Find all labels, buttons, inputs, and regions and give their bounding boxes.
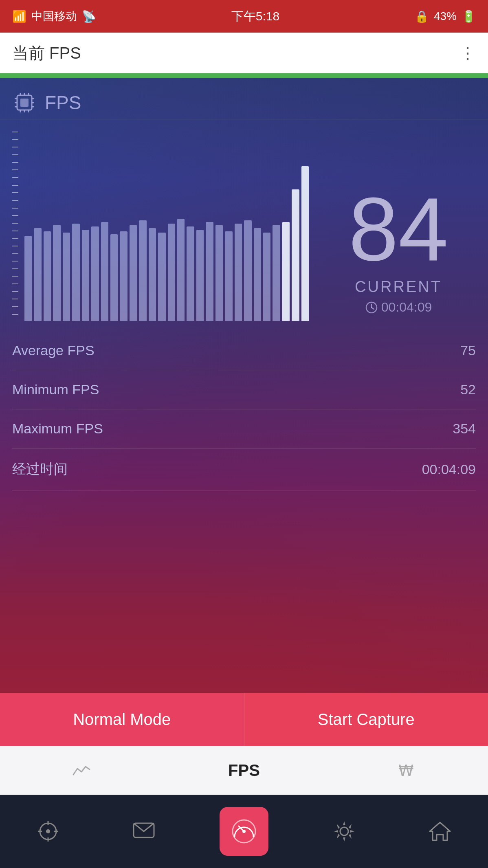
wallet-tab-icon: ₩	[396, 760, 417, 781]
lock-icon: 🔒	[415, 10, 429, 23]
bar-item	[292, 189, 299, 321]
bar-item	[24, 236, 32, 321]
y-axis	[12, 132, 22, 315]
bar-item	[130, 225, 137, 321]
bar-item	[72, 224, 79, 321]
wifi-icon: 📡	[82, 10, 96, 23]
bar-item	[177, 219, 185, 321]
signal-icon: 📶	[12, 10, 26, 23]
carrier-name: 中国移动	[31, 9, 77, 24]
status-right: 🔒 43% 🔋	[415, 10, 476, 23]
tab-item-wallet[interactable]: ₩	[325, 746, 488, 795]
svg-text:₩: ₩	[398, 762, 414, 779]
bar-item	[244, 220, 251, 321]
bar-item	[168, 224, 175, 321]
bar-item	[282, 222, 290, 321]
more-options-icon[interactable]: ⋮	[459, 44, 476, 62]
bar-item	[263, 233, 270, 321]
nav-bar	[0, 795, 488, 868]
nav-message-icon[interactable]	[123, 819, 164, 844]
battery-icon: 🔋	[462, 10, 476, 23]
nav-locate-icon[interactable]	[28, 819, 68, 844]
bar-item	[187, 226, 194, 321]
normal-mode-button[interactable]: Normal Mode	[0, 693, 244, 746]
bar-item	[254, 228, 261, 321]
status-bar: 📶 中国移动 📡 下午5:18 🔒 43% 🔋	[0, 0, 488, 33]
bar-item	[101, 222, 108, 321]
status-time: 下午5:18	[231, 8, 279, 25]
bar-item	[196, 230, 204, 321]
bars-wrapper	[12, 132, 309, 323]
svg-marker-29	[430, 822, 450, 840]
fps-tab-label: FPS	[228, 761, 260, 780]
graph-tab-icon	[71, 760, 92, 781]
bar-chart	[12, 132, 309, 323]
tab-item-graph[interactable]	[0, 746, 163, 795]
status-left: 📶 中国移动 📡	[12, 9, 96, 24]
speedometer-icon	[230, 817, 258, 846]
action-buttons[interactable]: Normal Mode Start Capture	[0, 693, 488, 746]
tab-item-fps[interactable]: FPS	[163, 746, 325, 795]
bar-item	[63, 233, 70, 321]
svg-point-19	[46, 829, 50, 833]
green-separator	[0, 73, 488, 78]
nav-settings-icon[interactable]	[324, 819, 365, 844]
nav-home-icon[interactable]	[420, 819, 460, 844]
bar-item	[44, 231, 51, 321]
app-bar: 当前 FPS ⋮	[0, 33, 488, 73]
bar-item	[91, 226, 99, 321]
bar-item	[215, 225, 223, 321]
bar-item	[120, 231, 127, 321]
bar-item	[235, 224, 242, 321]
svg-point-28	[340, 827, 348, 835]
bar-item	[110, 234, 118, 321]
bar-item	[273, 225, 280, 321]
bar-item	[149, 228, 156, 321]
tab-bar: FPS ₩	[0, 746, 488, 795]
bar-item	[225, 231, 232, 321]
bar-item	[34, 228, 41, 321]
bar-item	[206, 222, 213, 321]
battery-percent: 43%	[434, 10, 457, 23]
svg-point-27	[242, 830, 246, 833]
nav-fab-speedometer[interactable]	[220, 807, 268, 856]
bar-item	[82, 230, 89, 321]
bar-item	[53, 225, 60, 321]
main-background: FPS	[0, 78, 488, 746]
start-capture-button[interactable]: Start Capture	[244, 693, 488, 746]
bar-item	[158, 233, 165, 321]
app-title: 当前 FPS	[12, 42, 81, 64]
bar-item	[301, 166, 309, 321]
bar-item	[139, 220, 146, 321]
